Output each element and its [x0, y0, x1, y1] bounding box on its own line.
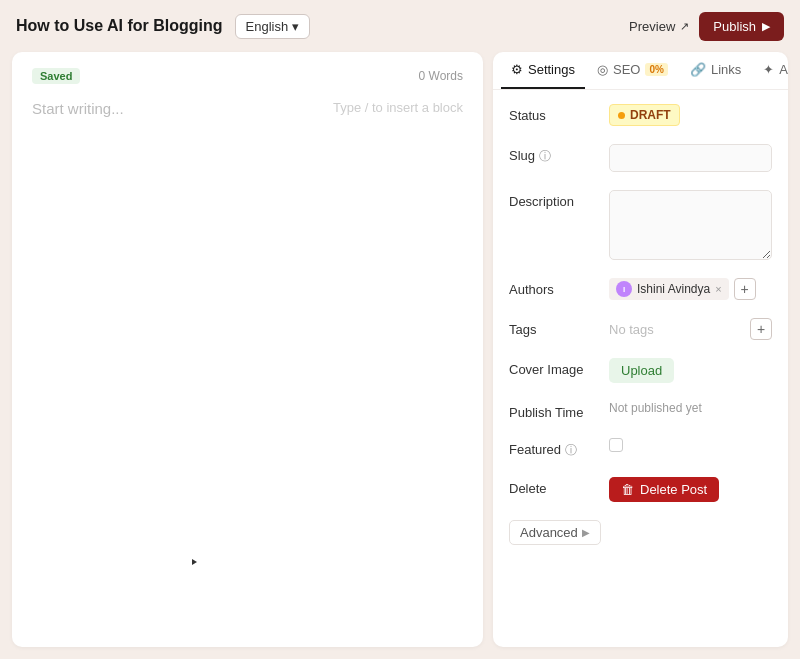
language-button[interactable]: English ▾ [235, 14, 311, 39]
editor-placeholder[interactable]: Start writing... [32, 100, 463, 631]
cover-image-row: Cover Image Upload [509, 358, 772, 383]
authors-row: Authors I Ishini Avindya × + [509, 278, 772, 300]
authors-control: I Ishini Avindya × + [609, 278, 772, 300]
settings-icon: ⚙ [511, 62, 523, 77]
featured-label: Featured ⓘ [509, 438, 599, 459]
advanced-label: Advanced [520, 525, 578, 540]
author-name: Ishini Avindya [637, 282, 710, 296]
description-textarea[interactable] [609, 190, 772, 260]
tabs-bar: ⚙ Settings ◎ SEO 0% 🔗 Links ✦ AI [493, 52, 788, 90]
featured-row: Featured ⓘ [509, 438, 772, 459]
slug-control [609, 144, 772, 172]
status-row: Status DRAFT [509, 104, 772, 126]
delete-row: Delete 🗑 Delete Post [509, 477, 772, 502]
left-header: How to Use AI for Blogging English ▾ [16, 14, 310, 39]
add-tag-button[interactable]: + [750, 318, 772, 340]
status-control: DRAFT [609, 104, 772, 126]
advanced-row: Advanced ▶ [509, 520, 772, 545]
delete-label: Delete [509, 477, 599, 496]
delete-control: 🗑 Delete Post [609, 477, 772, 502]
featured-control [609, 438, 772, 452]
ai-icon: ✦ [763, 62, 774, 77]
remove-author-button[interactable]: × [715, 283, 721, 295]
editor-meta: Saved 0 Words [32, 68, 463, 84]
description-control [609, 190, 772, 260]
publish-button[interactable]: Publish ▶ [699, 12, 784, 41]
external-link-icon: ↗ [680, 20, 689, 33]
add-author-button[interactable]: + [734, 278, 756, 300]
preview-label: Preview [629, 19, 675, 34]
featured-checkbox[interactable] [609, 438, 623, 452]
publish-time-value: Not published yet [609, 401, 702, 415]
cover-image-label: Cover Image [509, 358, 599, 377]
tab-seo[interactable]: ◎ SEO 0% [587, 52, 678, 89]
status-label: Status [509, 104, 599, 123]
publish-label: Publish [713, 19, 756, 34]
description-label: Description [509, 190, 599, 209]
language-label: English [246, 19, 289, 34]
slug-row: Slug ⓘ [509, 144, 772, 172]
tags-row: Tags No tags + [509, 318, 772, 340]
seo-icon: ◎ [597, 62, 608, 77]
featured-info-icon: ⓘ [565, 443, 577, 457]
settings-panel: ⚙ Settings ◎ SEO 0% 🔗 Links ✦ AI Status [493, 52, 788, 647]
publish-time-row: Publish Time Not published yet [509, 401, 772, 420]
send-icon: ▶ [762, 20, 770, 33]
draft-dot [618, 112, 625, 119]
slug-label: Slug ⓘ [509, 144, 599, 165]
tab-links-label: Links [711, 62, 741, 77]
upload-button[interactable]: Upload [609, 358, 674, 383]
tab-ai-label: AI [779, 62, 788, 77]
insert-hint: Type / to insert a block [333, 100, 463, 115]
delete-post-label: Delete Post [640, 482, 707, 497]
tab-seo-label: SEO [613, 62, 640, 77]
main-layout: Saved 0 Words Start writing... Type / to… [0, 52, 800, 659]
description-row: Description [509, 190, 772, 260]
author-tag: I Ishini Avindya × [609, 278, 729, 300]
slug-info-icon: ⓘ [539, 149, 551, 163]
links-icon: 🔗 [690, 62, 706, 77]
delete-post-button[interactable]: 🗑 Delete Post [609, 477, 719, 502]
publish-time-control: Not published yet [609, 401, 772, 415]
seo-score-badge: 0% [645, 63, 667, 76]
editor-panel: Saved 0 Words Start writing... Type / to… [12, 52, 483, 647]
cover-image-control: Upload [609, 358, 772, 383]
chevron-right-icon: ▶ [582, 527, 590, 538]
slug-input[interactable] [609, 144, 772, 172]
draft-badge[interactable]: DRAFT [609, 104, 680, 126]
tags-label: Tags [509, 318, 599, 337]
chevron-down-icon: ▾ [292, 19, 299, 34]
post-title: How to Use AI for Blogging [16, 17, 223, 35]
tab-ai[interactable]: ✦ AI [753, 52, 788, 89]
tab-settings[interactable]: ⚙ Settings [501, 52, 585, 89]
preview-button[interactable]: Preview ↗ [629, 19, 689, 34]
advanced-button[interactable]: Advanced ▶ [509, 520, 601, 545]
no-tags-text: No tags [609, 322, 654, 337]
publish-time-label: Publish Time [509, 401, 599, 420]
draft-text: DRAFT [630, 108, 671, 122]
settings-content: Status DRAFT Slug ⓘ [493, 90, 788, 647]
word-count: 0 Words [419, 69, 463, 83]
tags-control: No tags + [609, 318, 772, 340]
top-header: How to Use AI for Blogging English ▾ Pre… [0, 0, 800, 52]
tab-links[interactable]: 🔗 Links [680, 52, 751, 89]
tab-settings-label: Settings [528, 62, 575, 77]
saved-badge: Saved [32, 68, 80, 84]
trash-icon: 🗑 [621, 482, 634, 497]
author-avatar: I [616, 281, 632, 297]
authors-label: Authors [509, 278, 599, 297]
right-header: Preview ↗ Publish ▶ [629, 12, 784, 41]
